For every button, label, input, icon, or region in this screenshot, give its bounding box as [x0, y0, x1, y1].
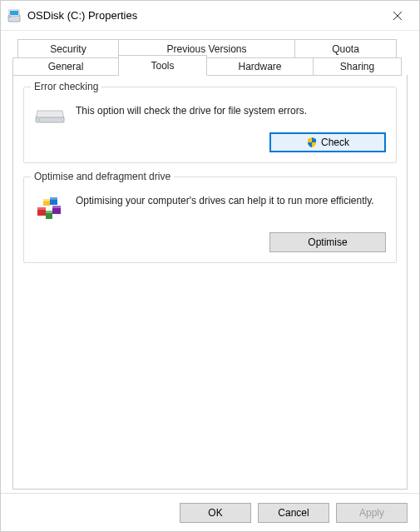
dialog-content: Security Previous Versions Quota General…	[1, 31, 419, 493]
error-checking-description: This option will check the drive for fil…	[76, 104, 386, 117]
close-button[interactable]	[383, 3, 413, 28]
tab-quota[interactable]: Quota	[295, 39, 397, 57]
ok-button-label: OK	[208, 507, 222, 519]
svg-rect-17	[50, 197, 57, 200]
apply-button[interactable]: Apply	[336, 503, 408, 523]
optimise-button[interactable]: Optimise	[269, 232, 386, 252]
cancel-button-label: Cancel	[278, 507, 309, 519]
group-optimise: Optimise and defragment drive	[23, 177, 397, 263]
svg-rect-3	[10, 11, 18, 15]
svg-rect-11	[46, 211, 52, 213]
svg-rect-1	[10, 17, 12, 17]
group-error-checking: Error checking This option will check th…	[23, 87, 397, 163]
svg-rect-13	[52, 206, 61, 208]
group-title-error-checking: Error checking	[31, 81, 101, 92]
tab-strip: Security Previous Versions Quota General…	[12, 39, 408, 76]
cancel-button[interactable]: Cancel	[258, 503, 329, 523]
svg-rect-6	[36, 117, 64, 122]
optimise-description: Optimising your computer's drives can he…	[76, 194, 386, 207]
defrag-icon	[34, 194, 66, 224]
check-button-label: Check	[321, 137, 349, 148]
tab-tools[interactable]: Tools	[119, 55, 207, 76]
window-title: OSDisk (C:) Properties	[27, 9, 383, 22]
titlebar: OSDisk (C:) Properties	[1, 1, 419, 31]
svg-rect-15	[43, 199, 50, 201]
apply-button-label: Apply	[359, 507, 384, 519]
properties-dialog: OSDisk (C:) Properties Security Previous…	[0, 0, 420, 532]
tab-hardware[interactable]: Hardware	[207, 57, 314, 76]
tab-body-tools: Error checking This option will check th…	[12, 75, 408, 490]
svg-rect-9	[37, 207, 46, 210]
disk-icon	[7, 8, 22, 23]
optimise-button-label: Optimise	[308, 236, 347, 248]
svg-point-7	[38, 119, 40, 121]
check-button[interactable]: Check	[269, 132, 386, 152]
tab-sharing[interactable]: Sharing	[314, 57, 402, 76]
ok-button[interactable]: OK	[180, 503, 251, 523]
shield-icon	[306, 137, 318, 148]
drive-icon	[34, 104, 66, 124]
group-title-optimise: Optimise and defragment drive	[31, 171, 174, 182]
tab-security[interactable]: Security	[17, 39, 119, 57]
dialog-footer: OK Cancel Apply	[1, 493, 419, 531]
tab-general[interactable]: General	[12, 57, 119, 76]
